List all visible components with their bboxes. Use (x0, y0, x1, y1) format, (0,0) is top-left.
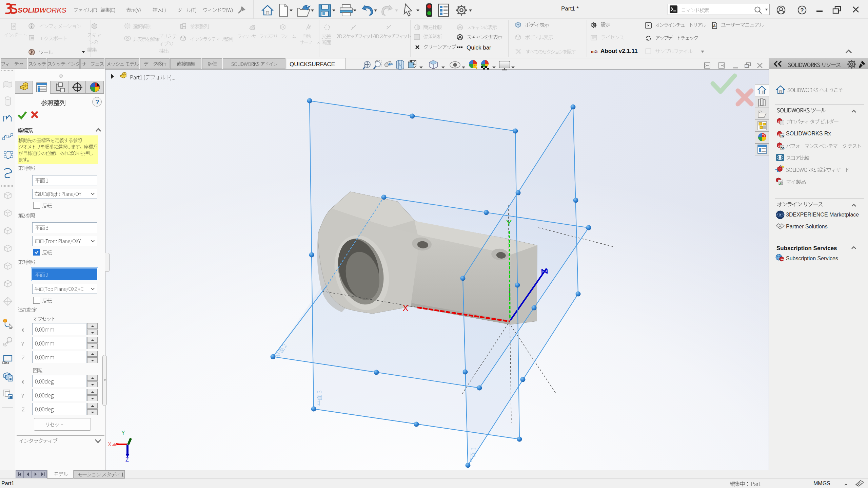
svg-text:?: ? (800, 7, 804, 14)
svg-text:S: S (778, 145, 780, 148)
svg-text:m2r: m2r (591, 49, 597, 54)
svg-text:S: S (778, 121, 780, 123)
svg-text:A: A (713, 24, 716, 28)
svg-text:S: S (778, 134, 780, 136)
svg-text:SOLIDWORKS: SOLIDWORKS (18, 6, 66, 14)
svg-text:Rx: Rx (781, 146, 785, 149)
svg-text:Rx: Rx (781, 134, 785, 138)
svg-text:SW: SW (781, 258, 784, 261)
